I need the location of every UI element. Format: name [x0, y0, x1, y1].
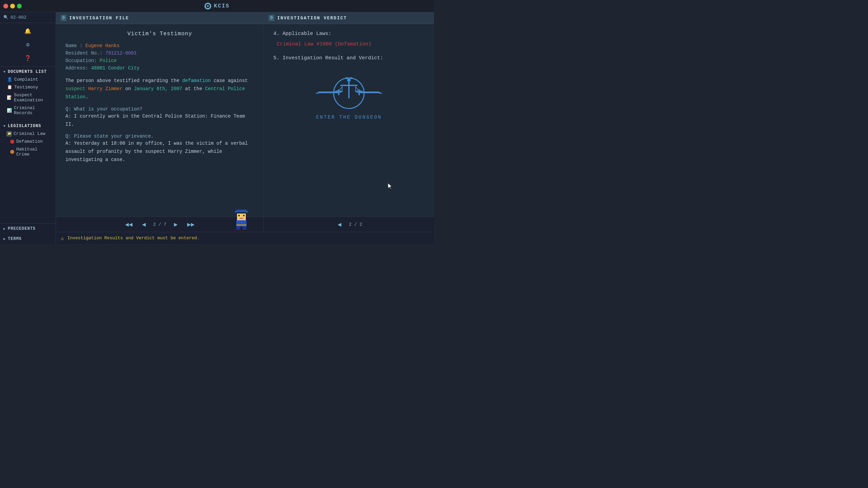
svg-rect-5 [236, 212, 246, 214]
exam-icon: 📝 [7, 95, 12, 100]
warning-icon: ⚠ [61, 235, 64, 242]
name-label: Name : [65, 43, 85, 48]
sidebar-item-habitual-crime[interactable]: Habitual Crime [0, 145, 56, 158]
applicable-law-value: Criminal Law #1000 (Defamation) [277, 41, 425, 47]
svg-rect-28 [351, 77, 352, 79]
doc-title: Victim's Testimony [65, 31, 254, 37]
case-id: 02-002 [11, 15, 26, 20]
next-last-button[interactable]: ▶▶ [185, 220, 197, 228]
list-icon: 📋 [7, 85, 12, 90]
help-icon[interactable]: ❓ [23, 54, 33, 63]
verdict-panel-title: INVESTIGATION VERDICT [277, 16, 347, 21]
sidebar-item-criminal-records[interactable]: 📊 Criminal Records [0, 104, 56, 117]
next-button[interactable]: ▶ [172, 220, 180, 228]
sidebar-item-criminal-law[interactable]: 📁 Criminal Law [0, 130, 56, 138]
testimony-date: January 6th, 2007 [134, 86, 182, 92]
dungeon-title: ENTER THE DUNGEON [316, 115, 382, 120]
address-label: Address: [65, 65, 91, 71]
sidebar: 🔍 02-002 🔔 ⚙ ❓ ▼ DOCUMENTS LIST 👤 Compla… [0, 12, 56, 244]
sidebar-item-terms[interactable]: ▶ TERMS [0, 234, 56, 244]
svg-marker-21 [379, 92, 383, 94]
svg-rect-4 [237, 213, 246, 220]
q2-label: Q: Please state your grievance. [65, 134, 254, 139]
svg-rect-15 [348, 81, 350, 98]
applicable-laws-title: 4. Applicable Laws: [273, 31, 425, 37]
info-address: Address: 48001 Condor City [65, 65, 254, 71]
verdict-panel-icon: D [269, 15, 274, 21]
svg-rect-8 [239, 218, 243, 219]
a1-text: A: I currently work in the Central Polic… [65, 113, 254, 129]
status-bar: ⚠ Investigation Results and Verdict must… [56, 232, 434, 244]
arrow-icon: ▼ [3, 124, 6, 128]
window-controls[interactable] [3, 4, 22, 8]
occupation-value: Police [100, 58, 117, 63]
sidebar-case-id-row: 🔍 02-002 [0, 12, 56, 23]
prev-first-button[interactable]: ◀◀ [123, 220, 135, 228]
info-occupation: Occupation: Police [65, 58, 254, 63]
content-area: D INVESTIGATION FILE Victim's Testimony … [56, 12, 434, 244]
sidebar-icon-group: 🔔 ⚙ ❓ [0, 23, 56, 67]
testimony-middle1: case against [211, 78, 248, 83]
sliders-icon[interactable]: ⚙ [23, 40, 33, 49]
orange-dot-icon [10, 150, 14, 154]
testimony-intro: The person above testified regarding the [65, 78, 182, 83]
svg-rect-7 [243, 215, 244, 216]
info-name: Name : Eugene Hanks [65, 43, 254, 48]
prev-button[interactable]: ◀ [140, 220, 148, 228]
svg-rect-12 [242, 226, 246, 230]
person-icon: 👤 [7, 77, 12, 82]
qa-section: Q: What is your occupation? A: I current… [65, 106, 254, 164]
testimony-keyword2: suspect [65, 86, 85, 92]
bell-icon[interactable]: 🔔 [23, 26, 33, 36]
status-message: Investigation Results and Verdict must b… [67, 236, 200, 241]
svg-rect-25 [356, 91, 362, 93]
svg-rect-2 [236, 209, 246, 211]
a2-name: Harry Zimmer [168, 149, 202, 154]
name-value: Eugene Hanks [85, 43, 120, 48]
resident-label: Resident No.: [65, 50, 105, 56]
precedents-arrow-icon: ▶ [3, 227, 6, 231]
a2-highlight: Yesterday at 18:00 in my office [74, 141, 162, 146]
maximize-button[interactable] [17, 4, 22, 8]
svg-rect-23 [336, 91, 341, 93]
sidebar-item-testimony[interactable]: 📋 Testimony [0, 83, 56, 91]
minimize-button[interactable] [10, 4, 15, 8]
app-icon [204, 3, 211, 9]
arrow-icon: ▼ [3, 70, 6, 74]
documents-list-header: ▼ DOCUMENTS LIST [0, 67, 56, 76]
testimony-middle2: on [122, 86, 134, 92]
sidebar-item-defamation[interactable]: Defamation [0, 138, 56, 145]
sidebar-bottom: ▶ PRECEDENTS ▶ TERMS [0, 223, 56, 244]
svg-rect-6 [238, 215, 240, 216]
svg-rect-26 [347, 79, 351, 81]
a2-prefix: A: [65, 141, 74, 146]
qa-item-1: Q: What is your occupation? A: I current… [65, 106, 254, 129]
investigation-file-header: D INVESTIGATION FILE [56, 12, 263, 24]
investigation-result-title: 5. Investigation Result and Verdict: [273, 55, 425, 61]
a1-prefix: A: I currently work in the [65, 114, 142, 119]
sidebar-item-precedents[interactable]: ▶ PRECEDENTS [0, 224, 56, 234]
testimony-keyword1: defamation [182, 78, 211, 83]
verdict-content: 4. Applicable Laws: Criminal Law #1000 (… [264, 24, 434, 217]
investigation-verdict-panel: D INVESTIGATION VERDICT 4. Applicable La… [264, 12, 434, 232]
sidebar-item-complaint[interactable]: 👤 Complaint [0, 76, 56, 83]
investigation-file-panel: D INVESTIGATION FILE Victim's Testimony … [56, 12, 264, 232]
verdict-prev-button[interactable]: ◀ [336, 220, 343, 228]
svg-rect-27 [346, 77, 347, 79]
svg-rect-18 [318, 92, 339, 93]
occupation-label: Occupation: [65, 58, 100, 63]
legislations-header: ▼ LEGISLATIONS [0, 121, 56, 130]
info-resident: Resident No.: 791212-0001 [65, 50, 254, 56]
main-layout: 🔍 02-002 🔔 ⚙ ❓ ▼ DOCUMENTS LIST 👤 Compla… [0, 12, 434, 244]
app-title: KCIS [204, 3, 230, 9]
dungeon-logo: ENTER THE DUNGEON [273, 75, 425, 120]
svg-rect-10 [236, 224, 246, 226]
close-button[interactable] [3, 4, 8, 8]
investigation-verdict-header: D INVESTIGATION VERDICT [264, 12, 434, 24]
testimony-end: . [85, 94, 88, 100]
investigation-file-content: Victim's Testimony Name : Eugene Hanks R… [56, 24, 263, 217]
titlebar: KCIS [0, 0, 434, 12]
panels-row: D INVESTIGATION FILE Victim's Testimony … [56, 12, 434, 232]
folder-icon: 📁 [7, 131, 12, 136]
sidebar-item-suspect-examination[interactable]: 📝 Suspect Examination [0, 91, 56, 104]
